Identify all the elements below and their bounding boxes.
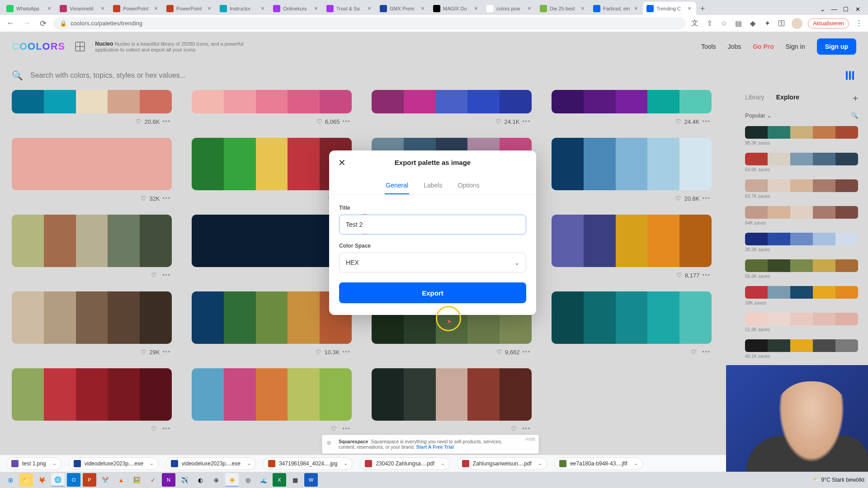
- update-pill[interactable]: Aktualisieren: [808, 19, 849, 28]
- sidebar-palette[interactable]: 63.6K saves: [745, 153, 858, 172]
- download-item[interactable]: 3471961984_4024....jpg⌄: [263, 457, 353, 470]
- close-icon[interactable]: ×: [259, 5, 266, 12]
- sidebar-palette[interactable]: 64K saves: [745, 206, 858, 225]
- sidebar-palette[interactable]: 63.7K saves: [745, 179, 858, 199]
- close-icon[interactable]: ×: [366, 5, 373, 12]
- palette-card[interactable]: ♡24.1K•••: [372, 90, 532, 125]
- sidebar-search-icon[interactable]: 🔍: [851, 112, 858, 119]
- outlook-icon[interactable]: O: [67, 473, 80, 487]
- colorspace-select[interactable]: HEX ⌄: [339, 253, 526, 272]
- share-icon[interactable]: ⇪: [705, 19, 714, 28]
- heart-icon[interactable]: ♡: [316, 348, 321, 356]
- todo-icon[interactable]: ✓: [146, 473, 160, 487]
- browser-tab[interactable]: Trust & Sa×: [323, 2, 376, 15]
- sidebar-palette[interactable]: 39K saves: [745, 286, 858, 305]
- start-button[interactable]: ⊞: [4, 473, 17, 487]
- heart-icon[interactable]: ♡: [675, 118, 681, 125]
- sidebar-palette[interactable]: 51.8K saves: [745, 313, 858, 332]
- heart-icon[interactable]: ♡: [496, 348, 502, 356]
- telegram-icon[interactable]: ✈️: [178, 473, 191, 487]
- close-window-button[interactable]: ✕: [852, 3, 863, 15]
- close-icon[interactable]: ×: [153, 5, 159, 12]
- browser-tab[interactable]: GMX Prem×: [376, 2, 429, 15]
- more-icon[interactable]: •••: [522, 118, 531, 125]
- heart-icon[interactable]: ♡: [675, 195, 681, 202]
- close-icon[interactable]: ×: [686, 5, 693, 12]
- more-icon[interactable]: •••: [702, 195, 711, 202]
- close-icon[interactable]: ×: [473, 5, 479, 12]
- palette-card[interactable]: ♡10.3K•••: [192, 291, 352, 356]
- ad-hide-button[interactable]: HIDE: [526, 437, 536, 441]
- nav-sign-in[interactable]: Sign in: [786, 43, 805, 50]
- excel-icon[interactable]: X: [273, 473, 286, 487]
- heart-icon[interactable]: ♡: [151, 425, 157, 432]
- word-icon[interactable]: W: [304, 473, 318, 487]
- palette-card[interactable]: ♡29K•••: [12, 291, 172, 356]
- sidebar-palette[interactable]: 55.6K saves: [745, 259, 858, 279]
- nav-go-pro[interactable]: Go Pro: [753, 43, 774, 50]
- close-icon[interactable]: ×: [206, 5, 212, 12]
- palette-card[interactable]: ♡32K•••: [12, 138, 172, 202]
- browser-tab[interactable]: Onlinekurs×: [269, 2, 323, 15]
- reload-button[interactable]: ⟳: [37, 18, 49, 29]
- recorder-icon[interactable]: ◉: [225, 473, 239, 487]
- onenote-icon[interactable]: N: [162, 473, 175, 487]
- app-icon-1[interactable]: ◐: [193, 473, 207, 487]
- close-icon[interactable]: ×: [580, 5, 586, 12]
- search-input[interactable]: [30, 71, 836, 80]
- ad-cta-link[interactable]: Start A Free Trial: [416, 444, 454, 450]
- kebab-menu-icon[interactable]: ⋮: [854, 19, 863, 28]
- heart-icon[interactable]: ♡: [331, 425, 337, 432]
- download-item[interactable]: 230420 Zahlungsa....pdf⌄: [360, 457, 449, 470]
- heart-icon[interactable]: ♡: [511, 425, 517, 432]
- close-icon[interactable]: ×: [633, 5, 639, 12]
- chevron-down-icon[interactable]: ⌄: [441, 460, 445, 466]
- heart-icon[interactable]: ♡: [136, 118, 142, 125]
- palette-card[interactable]: ♡•••: [12, 215, 172, 279]
- more-icon[interactable]: •••: [162, 118, 171, 125]
- chevron-down-icon[interactable]: ⌄: [816, 3, 828, 15]
- download-item[interactable]: test 1.png⌄: [6, 457, 61, 470]
- export-button[interactable]: Export: [339, 282, 526, 303]
- heart-icon[interactable]: ♡: [676, 272, 682, 279]
- heart-icon[interactable]: ♡: [495, 118, 501, 125]
- download-item[interactable]: videodeluxe2023p....exe⌄: [166, 457, 256, 470]
- chevron-down-icon[interactable]: ⌄: [52, 460, 57, 466]
- filter-icon[interactable]: [844, 69, 856, 82]
- reader-icon[interactable]: ▤: [734, 19, 743, 28]
- forward-button[interactable]: →: [21, 18, 33, 29]
- bookmark-icon[interactable]: ☆: [719, 19, 728, 28]
- app-icon-3[interactable]: ◎: [241, 473, 255, 487]
- browser-tab[interactable]: Voranmeld×: [56, 2, 109, 15]
- browser-tab[interactable]: WhatsApp×: [3, 2, 56, 15]
- more-icon[interactable]: •••: [342, 349, 351, 355]
- download-item[interactable]: Zahlungsanweisun....pdf⌄: [457, 457, 547, 470]
- sidebar-tab-explore[interactable]: Explore: [776, 94, 799, 104]
- close-icon[interactable]: ×: [313, 5, 319, 12]
- profile-avatar[interactable]: [792, 18, 802, 29]
- palette-card[interactable]: ♡2•••: [192, 138, 352, 202]
- chevron-down-icon[interactable]: ⌄: [344, 460, 348, 466]
- heart-icon[interactable]: ♡: [141, 348, 146, 356]
- sidebar-palette[interactable]: 98.3K saves: [745, 126, 858, 145]
- minimize-button[interactable]: —: [828, 3, 840, 15]
- more-icon[interactable]: •••: [522, 349, 531, 355]
- logo[interactable]: COOLORS: [12, 41, 65, 52]
- photos-icon[interactable]: 🖼️: [130, 473, 144, 487]
- url-input[interactable]: 🔒 coolors.co/palettes/trending: [53, 17, 686, 30]
- title-input[interactable]: [339, 215, 526, 235]
- browser-tab[interactable]: Instructor×: [216, 2, 269, 15]
- more-icon[interactable]: •••: [162, 272, 171, 278]
- close-icon[interactable]: ×: [420, 5, 426, 12]
- sidebar-palette[interactable]: 40.1K saves: [745, 339, 858, 359]
- new-tab-button[interactable]: +: [696, 2, 709, 15]
- palette-card[interactable]: ♡6,065•••: [192, 90, 352, 125]
- chevron-down-icon[interactable]: ⌄: [634, 460, 638, 466]
- palette-card[interactable]: ♡•••: [12, 368, 172, 432]
- more-icon[interactable]: •••: [702, 272, 711, 278]
- add-icon[interactable]: +: [853, 94, 858, 104]
- ad-banner[interactable]: ◎ Squarespace Squarespace is everything …: [322, 435, 539, 454]
- weather-widget[interactable]: ⛅ 9°C Stark bewölkt: [813, 477, 864, 483]
- snip-icon[interactable]: ✂️: [99, 473, 112, 487]
- search-icon[interactable]: 🔍: [12, 70, 23, 81]
